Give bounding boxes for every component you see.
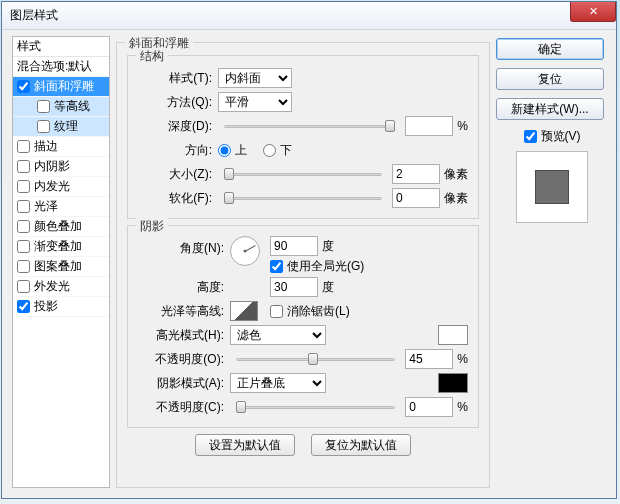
ck-contour[interactable]	[37, 100, 50, 113]
soft-label: 软化(F):	[138, 190, 214, 207]
hiop-input[interactable]	[405, 349, 453, 369]
himode-select[interactable]: 滤色	[230, 325, 326, 345]
ck-dropshadow[interactable]	[17, 300, 30, 313]
method-label: 方法(Q):	[138, 94, 214, 111]
soft-input[interactable]	[392, 188, 440, 208]
shmode-label: 阴影模式(A):	[138, 375, 226, 392]
item-innershadow[interactable]: 内阴影	[13, 157, 109, 177]
item-gradoverlay[interactable]: 渐变叠加	[13, 237, 109, 257]
depth-unit: %	[457, 119, 468, 133]
size-label: 大小(Z):	[138, 166, 214, 183]
hiop-label: 不透明度(O):	[138, 351, 226, 368]
alt-label: 高度:	[138, 279, 226, 296]
item-stroke[interactable]: 描边	[13, 137, 109, 157]
structure-group: 结构 样式(T):内斜面 方法(Q):平滑 深度(D):% 方向: 上 下 大小…	[127, 55, 479, 219]
angle-input[interactable]	[270, 236, 318, 256]
preview-swatch	[535, 170, 569, 204]
ck-innerglow[interactable]	[17, 180, 30, 193]
angle-label: 角度(N):	[138, 236, 226, 257]
shop-label: 不透明度(C):	[138, 399, 226, 416]
sh-color[interactable]	[438, 373, 468, 393]
size-input[interactable]	[392, 164, 440, 184]
style-list: 样式 混合选项:默认 斜面和浮雕 等高线 纹理 描边 内阴影 内发光 光泽 颜色…	[12, 36, 110, 488]
blend-options[interactable]: 混合选项:默认	[13, 57, 109, 77]
dir-up[interactable]: 上	[218, 142, 247, 159]
gloss-contour[interactable]	[230, 301, 258, 321]
item-texture[interactable]: 纹理	[13, 117, 109, 137]
size-slider[interactable]	[224, 166, 382, 182]
preview-box	[516, 151, 588, 223]
hiop-unit: %	[457, 352, 468, 366]
ck-innershadow[interactable]	[17, 160, 30, 173]
new-style-button[interactable]: 新建样式(W)...	[496, 98, 604, 120]
ck-patoverlay[interactable]	[17, 260, 30, 273]
angle-dial[interactable]	[230, 236, 260, 266]
ck-satin[interactable]	[17, 200, 30, 213]
item-dropshadow[interactable]: 投影	[13, 297, 109, 317]
item-satin[interactable]: 光泽	[13, 197, 109, 217]
titlebar: 图层样式 ✕	[2, 2, 616, 30]
shop-unit: %	[457, 400, 468, 414]
bevel-group: 斜面和浮雕 结构 样式(T):内斜面 方法(Q):平滑 深度(D):% 方向: …	[116, 42, 490, 488]
anti-alias[interactable]: 消除锯齿(L)	[270, 303, 350, 320]
structure-legend: 结构	[136, 48, 168, 65]
dir-label: 方向:	[138, 142, 214, 159]
dir-down[interactable]: 下	[263, 142, 292, 159]
soft-slider[interactable]	[224, 190, 382, 206]
make-default-button[interactable]: 设置为默认值	[195, 434, 295, 456]
item-contour[interactable]: 等高线	[13, 97, 109, 117]
shop-slider[interactable]	[236, 399, 395, 415]
reset-button[interactable]: 复位	[496, 68, 604, 90]
ck-bevel[interactable]	[17, 80, 30, 93]
soft-unit: 像素	[444, 190, 468, 207]
window-title: 图层样式	[6, 7, 58, 24]
shading-group: 阴影 角度(N): 度 使用全局光(G) 高度:度 光泽等高线:消除锯齿(L) …	[127, 225, 479, 428]
style-label: 样式(T):	[138, 70, 214, 87]
method-select[interactable]: 平滑	[218, 92, 292, 112]
hi-color[interactable]	[438, 325, 468, 345]
preview-toggle[interactable]: 预览(V)	[496, 128, 608, 145]
global-light[interactable]: 使用全局光(G)	[270, 258, 364, 275]
gloss-label: 光泽等高线:	[138, 303, 226, 320]
item-coloroverlay[interactable]: 颜色叠加	[13, 217, 109, 237]
shmode-select[interactable]: 正片叠底	[230, 373, 326, 393]
item-outerglow[interactable]: 外发光	[13, 277, 109, 297]
item-patoverlay[interactable]: 图案叠加	[13, 257, 109, 277]
ck-coloroverlay[interactable]	[17, 220, 30, 233]
item-bevel[interactable]: 斜面和浮雕	[13, 77, 109, 97]
alt-unit: 度	[322, 279, 334, 296]
item-innerglow[interactable]: 内发光	[13, 177, 109, 197]
ck-texture[interactable]	[37, 120, 50, 133]
style-select[interactable]: 内斜面	[218, 68, 292, 88]
ok-button[interactable]: 确定	[496, 38, 604, 60]
depth-input[interactable]	[405, 116, 453, 136]
reset-default-button[interactable]: 复位为默认值	[311, 434, 411, 456]
depth-slider[interactable]	[224, 118, 395, 134]
shading-legend: 阴影	[136, 218, 168, 235]
alt-input[interactable]	[270, 277, 318, 297]
size-unit: 像素	[444, 166, 468, 183]
ck-outerglow[interactable]	[17, 280, 30, 293]
shop-input[interactable]	[405, 397, 453, 417]
himode-label: 高光模式(H):	[138, 327, 226, 344]
ck-stroke[interactable]	[17, 140, 30, 153]
close-button[interactable]: ✕	[570, 2, 616, 22]
style-header: 样式	[13, 37, 109, 57]
depth-label: 深度(D):	[138, 118, 214, 135]
ck-gradoverlay[interactable]	[17, 240, 30, 253]
hiop-slider[interactable]	[236, 351, 395, 367]
angle-unit: 度	[322, 238, 334, 255]
